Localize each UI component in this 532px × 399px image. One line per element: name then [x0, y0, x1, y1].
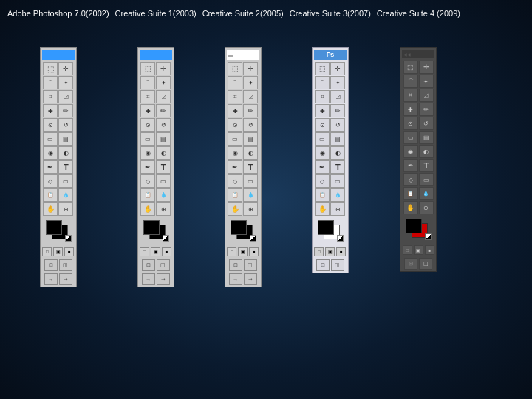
screen-mode[interactable]: ◫	[244, 259, 257, 271]
brush-tool[interactable]: ✏	[243, 104, 258, 117]
fullscreen2-mode[interactable]: ■	[64, 247, 74, 256]
fg-color-swatch[interactable]	[406, 219, 422, 233]
lasso-tool[interactable]: ⌒	[228, 76, 242, 89]
rect-select-tool[interactable]: ⬚	[403, 61, 418, 74]
fg-color-swatch[interactable]	[46, 220, 62, 235]
stamp-tool[interactable]: ⊙	[315, 118, 330, 132]
move-tool[interactable]: ✛	[419, 61, 434, 74]
eyedrop-tool[interactable]: 💧	[243, 188, 258, 202]
dodge-tool[interactable]: ◐	[330, 146, 345, 160]
pen-tool[interactable]: ✒	[403, 159, 418, 172]
rect-select-tool[interactable]: ⬚	[140, 62, 155, 75]
rect-select-tool[interactable]: ⬚	[315, 62, 330, 75]
heal-tool[interactable]: ✚	[403, 103, 418, 116]
blur-tool[interactable]: ◉	[140, 146, 155, 160]
text-tool[interactable]: T	[419, 159, 434, 172]
slice-tool[interactable]: ◿	[330, 90, 345, 103]
lasso-tool[interactable]: ⌒	[315, 76, 330, 89]
screen-mode[interactable]: ◫	[59, 259, 72, 271]
zoom-tool[interactable]: ⊕	[243, 202, 258, 216]
stamp-tool[interactable]: ⊙	[228, 118, 242, 132]
path-tool[interactable]: ◇	[315, 174, 330, 188]
eyedrop-tool[interactable]: 💧	[58, 188, 73, 202]
swap-colors-icon[interactable]	[337, 235, 344, 242]
standard-mode[interactable]: □	[140, 247, 149, 256]
swap-colors-icon[interactable]	[425, 233, 432, 240]
quick-mask[interactable]: ⊡	[229, 259, 242, 271]
stamp-tool[interactable]: ⊙	[140, 118, 155, 132]
notes-tool[interactable]: 📋	[140, 188, 155, 202]
shape-tool[interactable]: ▭	[419, 173, 434, 186]
slice-tool[interactable]: ◿	[243, 90, 258, 103]
text-tool[interactable]: T	[156, 160, 171, 174]
blur-tool[interactable]: ◉	[43, 146, 58, 160]
history-tool[interactable]: ↺	[58, 118, 73, 132]
heal-tool[interactable]: ✚	[315, 104, 330, 117]
jump-icon[interactable]: →	[44, 273, 58, 285]
image-ready[interactable]: ⇒	[59, 273, 72, 285]
gradient-tool[interactable]: ▤	[156, 132, 171, 146]
dodge-tool[interactable]: ◐	[243, 146, 258, 160]
move-tool[interactable]: ✛	[243, 62, 258, 75]
standard-mode[interactable]: □	[403, 245, 412, 255]
magic-wand-tool[interactable]: ✦	[419, 75, 434, 88]
swap-colors-icon[interactable]	[250, 235, 256, 242]
eraser-tool[interactable]: ▭	[228, 132, 242, 146]
blur-tool[interactable]: ◉	[315, 146, 330, 160]
fullscreen2-mode[interactable]: ■	[162, 247, 171, 256]
heal-tool[interactable]: ✚	[228, 104, 242, 117]
hand-tool[interactable]: ✋	[43, 202, 58, 216]
swap-colors-icon[interactable]	[163, 235, 169, 242]
brush-tool[interactable]: ✏	[58, 104, 73, 117]
fg-color-swatch[interactable]	[231, 220, 247, 235]
quick-mask[interactable]: ⊡	[44, 259, 58, 271]
fullscreen2-mode[interactable]: ■	[249, 247, 259, 256]
eraser-tool[interactable]: ▭	[315, 132, 330, 146]
dodge-tool[interactable]: ◐	[419, 145, 434, 158]
crop-tool[interactable]: ⌗	[403, 89, 418, 102]
text-tool[interactable]: T	[58, 160, 73, 174]
shape-tool[interactable]: ▭	[58, 174, 73, 188]
eraser-tool[interactable]: ▭	[140, 132, 155, 146]
notes-tool[interactable]: 📋	[43, 188, 58, 202]
text-tool[interactable]: T	[330, 160, 345, 174]
gradient-tool[interactable]: ▤	[419, 131, 434, 144]
slice-tool[interactable]: ◿	[419, 89, 434, 102]
fg-color-swatch[interactable]	[143, 220, 160, 235]
crop-tool[interactable]: ⌗	[43, 90, 58, 103]
quick-mask[interactable]: ⊡	[142, 259, 155, 271]
swap-colors-icon[interactable]	[65, 235, 72, 242]
hand-tool[interactable]: ✋	[315, 202, 330, 216]
hand-tool[interactable]: ✋	[228, 202, 242, 216]
crop-tool[interactable]: ⌗	[140, 90, 155, 103]
heal-tool[interactable]: ✚	[43, 104, 58, 117]
fullscreen-mode[interactable]: ▣	[238, 247, 248, 256]
brush-tool[interactable]: ✏	[330, 104, 345, 117]
quick-mask[interactable]: ⊡	[404, 258, 417, 270]
fullscreen2-mode[interactable]: ■	[336, 247, 346, 256]
text-tool[interactable]: T	[243, 160, 258, 174]
magic-wand-tool[interactable]: ✦	[330, 76, 345, 89]
quick-mask[interactable]: ⊡	[316, 259, 330, 271]
blur-tool[interactable]: ◉	[228, 146, 242, 160]
path-tool[interactable]: ◇	[403, 173, 418, 186]
magic-wand-tool[interactable]: ✦	[58, 76, 73, 89]
rect-select-tool[interactable]	[43, 62, 58, 75]
lasso-tool[interactable]: ⌒	[43, 76, 58, 89]
eyedrop-tool[interactable]: 💧	[330, 188, 345, 202]
standard-mode[interactable]: □	[42, 247, 52, 256]
screen-mode[interactable]: ◫	[419, 258, 432, 270]
standard-mode[interactable]: □	[227, 247, 236, 256]
history-tool[interactable]: ↺	[419, 117, 434, 130]
jump-icon[interactable]: →	[229, 273, 242, 285]
slice-tool[interactable]: ◿	[156, 90, 171, 103]
standard-mode[interactable]: □	[314, 247, 324, 256]
magic-wand-tool[interactable]: ✦	[243, 76, 258, 89]
eyedrop-tool[interactable]: 💧	[156, 188, 171, 202]
zoom-tool[interactable]: ⊕	[156, 202, 171, 216]
fullscreen2-mode[interactable]: ■	[425, 245, 434, 255]
fullscreen-mode[interactable]: ▣	[151, 247, 160, 256]
image-ready[interactable]: ⇒	[157, 273, 170, 285]
path-tool[interactable]: ◇	[43, 174, 58, 188]
lasso-tool[interactable]: ⌒	[403, 75, 418, 88]
